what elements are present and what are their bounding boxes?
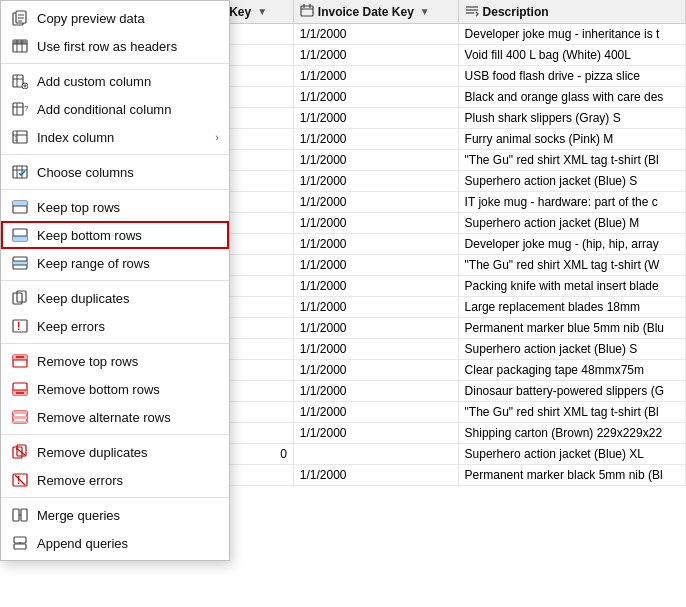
cell-date: 1/1/2000 — [293, 276, 458, 297]
add-col-icon — [11, 72, 29, 90]
menu-item-label-add-custom-col: Add custom column — [37, 74, 219, 89]
invoice-date-label: Invoice Date Key — [318, 5, 414, 19]
remove-top-icon — [11, 352, 29, 370]
menu-item-add-custom-col[interactable]: Add custom column — [1, 67, 229, 95]
svg-text:i: i — [14, 129, 15, 135]
cell-desc: Dinosaur battery-powered slippers (G — [458, 381, 685, 402]
menu-item-index-column[interactable]: 1iIndex column› — [1, 123, 229, 151]
cell-date: 1/1/2000 — [293, 255, 458, 276]
remove-dup-icon — [11, 443, 29, 461]
remove-alt-icon — [11, 408, 29, 426]
menu-item-label-add-conditional-col: Add conditional column — [37, 102, 219, 117]
cell-desc: Clear packaging tape 48mmx75m — [458, 360, 685, 381]
keep-range-icon — [11, 254, 29, 272]
context-menu: Copy preview dataUse first row as header… — [0, 0, 230, 561]
cell-desc: Black and orange glass with care des — [458, 87, 685, 108]
cell-desc: Superhero action jacket (Blue) XL — [458, 444, 685, 465]
menu-item-label-remove-alternate-rows: Remove alternate rows — [37, 410, 219, 425]
cell-desc: Shipping carton (Brown) 229x229x22 — [458, 423, 685, 444]
menu-item-choose-columns[interactable]: Choose columns — [1, 158, 229, 186]
menu-item-label-remove-errors: Remove errors — [37, 473, 219, 488]
cell-date: 1/1/2000 — [293, 24, 458, 45]
cell-date: 1/1/2000 — [293, 402, 458, 423]
menu-item-keep-errors[interactable]: !Keep errors — [1, 312, 229, 340]
menu-item-keep-bottom-rows[interactable]: Keep bottom rows — [1, 221, 229, 249]
cell-desc: "The Gu" red shirt XML tag t-shirt (Bl — [458, 402, 685, 423]
remove-bottom-icon — [11, 380, 29, 398]
keep-bottom-icon — [11, 226, 29, 244]
svg-rect-15 — [13, 40, 27, 44]
menu-item-label-first-row-headers: Use first row as headers — [37, 39, 219, 54]
menu-divider — [1, 154, 229, 155]
menu-item-label-keep-errors: Keep errors — [37, 319, 219, 334]
invoice-date-dropdown[interactable]: ▼ — [418, 6, 432, 17]
cell-desc: Developer joke mug - (hip, hip, array — [458, 234, 685, 255]
svg-rect-19 — [13, 75, 23, 87]
svg-rect-62 — [13, 416, 27, 419]
menu-item-remove-duplicates[interactable]: Remove duplicates — [1, 438, 229, 466]
svg-text:?: ? — [24, 104, 28, 113]
customer-key-dropdown[interactable]: ▼ — [255, 6, 269, 17]
cell-desc: Superhero action jacket (Blue) M — [458, 213, 685, 234]
cell-desc: Permanent marker black 5mm nib (Bl — [458, 465, 685, 486]
invoice-date-key-header[interactable]: Invoice Date Key ▼ — [293, 0, 458, 24]
cell-desc: Developer joke mug - inheritance is t — [458, 24, 685, 45]
menu-item-label-copy-preview: Copy preview data — [37, 11, 219, 26]
description-header[interactable]: Description — [458, 0, 685, 24]
description-label: Description — [483, 5, 549, 19]
cell-date: 1/1/2000 — [293, 45, 458, 66]
menu-item-remove-errors[interactable]: !Remove errors — [1, 466, 229, 494]
cell-date: 1/1/2000 — [293, 192, 458, 213]
menu-divider — [1, 280, 229, 281]
append-icon — [11, 534, 29, 552]
menu-item-keep-duplicates[interactable]: Keep duplicates — [1, 284, 229, 312]
cell-date: 1/1/2000 — [293, 66, 458, 87]
menu-item-label-remove-duplicates: Remove duplicates — [37, 445, 219, 460]
menu-divider — [1, 434, 229, 435]
cell-desc: "The Gu" red shirt XML tag t-shirt (Bl — [458, 150, 685, 171]
cell-desc: Plush shark slippers (Gray) S — [458, 108, 685, 129]
cell-date: 1/1/2000 — [293, 150, 458, 171]
menu-divider — [1, 497, 229, 498]
remove-err-icon: ! — [11, 471, 29, 489]
cell-desc: Superhero action jacket (Blue) S — [458, 339, 685, 360]
cell-date: 1/1/2000 — [293, 381, 458, 402]
menu-item-copy-preview[interactable]: Copy preview data — [1, 4, 229, 32]
menu-divider — [1, 343, 229, 344]
keep-dup-icon — [11, 289, 29, 307]
svg-rect-63 — [13, 421, 27, 423]
menu-item-merge-queries[interactable]: Merge queries — [1, 501, 229, 529]
cell-date: 1/1/2000 — [293, 213, 458, 234]
menu-item-label-keep-duplicates: Keep duplicates — [37, 291, 219, 306]
cell-desc: Packing knife with metal insert blade — [458, 276, 685, 297]
cond-col-icon: ? — [11, 100, 29, 118]
index-col-icon: 1i — [11, 128, 29, 146]
cell-date: 1/1/2000 — [293, 360, 458, 381]
cell-desc: Furry animal socks (Pink) M — [458, 129, 685, 150]
svg-rect-61 — [13, 411, 27, 414]
menu-item-remove-bottom-rows[interactable]: Remove bottom rows — [1, 375, 229, 403]
cell-desc: "The Gu" red shirt XML tag t-shirt (W — [458, 255, 685, 276]
menu-item-label-keep-range-rows: Keep range of rows — [37, 256, 219, 271]
menu-item-remove-alternate-rows[interactable]: Remove alternate rows — [1, 403, 229, 431]
merge-icon — [11, 506, 29, 524]
svg-rect-2 — [301, 6, 313, 16]
svg-rect-70 — [13, 509, 19, 521]
cell-date: 1/1/2000 — [293, 87, 458, 108]
menu-item-label-choose-columns: Choose columns — [37, 165, 219, 180]
menu-item-label-merge-queries: Merge queries — [37, 508, 219, 523]
menu-item-add-conditional-col[interactable]: ?Add conditional column — [1, 95, 229, 123]
submenu-arrow: › — [215, 131, 219, 143]
menu-item-first-row-headers[interactable]: Use first row as headers — [1, 32, 229, 60]
menu-item-keep-top-rows[interactable]: Keep top rows — [1, 193, 229, 221]
headers-icon — [11, 37, 29, 55]
menu-item-label-append-queries: Append queries — [37, 536, 219, 551]
menu-item-keep-range-rows[interactable]: Keep range of rows — [1, 249, 229, 277]
cell-date: 1/1/2000 — [293, 423, 458, 444]
menu-item-remove-top-rows[interactable]: Remove top rows — [1, 347, 229, 375]
cell-desc: Permanent marker blue 5mm nib (Blu — [458, 318, 685, 339]
menu-item-append-queries[interactable]: Append queries — [1, 529, 229, 557]
cell-date: 1/1/2000 — [293, 234, 458, 255]
svg-rect-25 — [13, 103, 23, 115]
choose-col-icon — [11, 163, 29, 181]
